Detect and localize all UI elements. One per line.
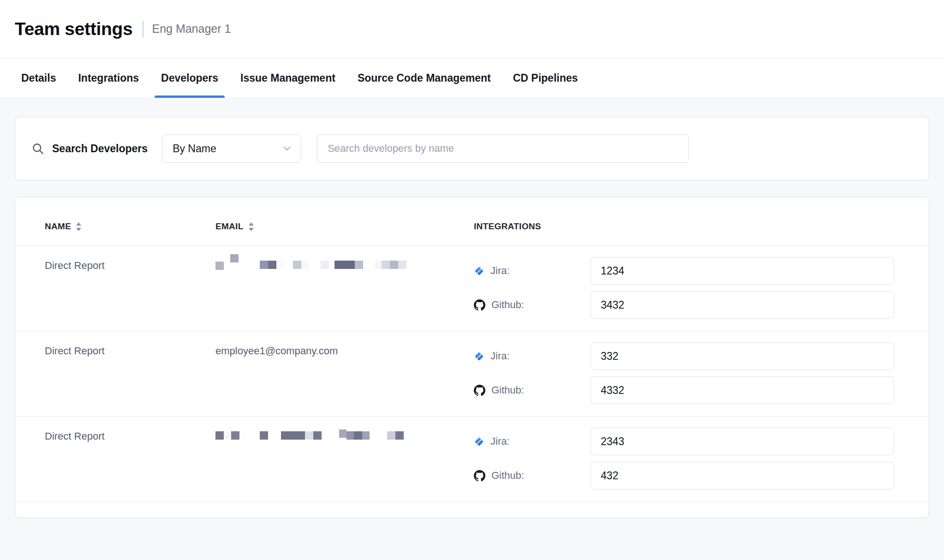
jira-icon bbox=[474, 436, 484, 447]
github-icon bbox=[474, 470, 485, 482]
jira-icon bbox=[474, 266, 484, 276]
github-label: Github: bbox=[491, 384, 524, 396]
search-input[interactable] bbox=[317, 134, 689, 163]
search-label: Search Developers bbox=[52, 143, 148, 155]
tab-developers[interactable]: Developers bbox=[155, 58, 225, 98]
page-title: Team settings bbox=[15, 19, 132, 39]
tab-cd-pipelines[interactable]: CD Pipelines bbox=[507, 58, 585, 98]
table-row: Direct Report employee1@company.com bbox=[15, 331, 929, 417]
column-header-email[interactable]: EMAIL bbox=[215, 221, 254, 232]
github-label: Github: bbox=[491, 299, 524, 311]
sort-icon[interactable] bbox=[248, 222, 254, 231]
github-id-input[interactable] bbox=[591, 462, 894, 489]
page-subtitle: Eng Manager 1 bbox=[152, 22, 231, 36]
filter-select-value: By Name bbox=[173, 143, 216, 155]
github-icon bbox=[474, 385, 485, 396]
tab-issue-management[interactable]: Issue Management bbox=[234, 58, 342, 98]
main-content: Search Developers By Name NAME EMAIL bbox=[0, 98, 944, 518]
developer-name: Direct Report bbox=[45, 257, 105, 273]
filter-select[interactable]: By Name bbox=[162, 134, 301, 163]
redacted-email bbox=[215, 257, 474, 271]
sort-icon[interactable] bbox=[76, 222, 82, 231]
page-header: Team settings Eng Manager 1 bbox=[0, 0, 944, 58]
developer-name: Direct Report bbox=[45, 342, 105, 358]
github-id-input[interactable] bbox=[591, 291, 894, 319]
tab-bar: Details Integrations Developers Issue Ma… bbox=[0, 58, 944, 98]
github-id-input[interactable] bbox=[591, 376, 894, 404]
chevron-down-icon bbox=[283, 146, 291, 151]
tab-integrations[interactable]: Integrations bbox=[72, 58, 145, 98]
column-header-name[interactable]: NAME bbox=[45, 221, 82, 232]
title-separator bbox=[143, 21, 143, 37]
developers-table: NAME EMAIL INTEGRATIONS bbox=[15, 197, 929, 518]
table-header-row: NAME EMAIL INTEGRATIONS bbox=[15, 197, 929, 246]
jira-label: Jira: bbox=[490, 350, 510, 362]
jira-label: Jira: bbox=[490, 265, 510, 277]
jira-id-input[interactable] bbox=[591, 342, 894, 370]
developer-name: Direct Report bbox=[45, 428, 105, 443]
search-card: Search Developers By Name bbox=[15, 117, 929, 180]
table-row: Direct Report Jira: bbox=[15, 417, 929, 502]
jira-label: Jira: bbox=[490, 435, 510, 447]
table-row: Direct Report Jira: bbox=[15, 246, 929, 331]
tab-details[interactable]: Details bbox=[15, 58, 62, 98]
github-icon bbox=[474, 299, 485, 311]
jira-icon bbox=[474, 351, 484, 362]
redacted-email bbox=[215, 428, 474, 441]
developer-email: employee1@company.com bbox=[215, 342, 338, 358]
jira-id-input[interactable] bbox=[591, 257, 894, 285]
column-header-integrations: INTEGRATIONS bbox=[474, 221, 541, 232]
search-icon bbox=[32, 143, 44, 155]
jira-id-input[interactable] bbox=[591, 428, 894, 455]
tab-source-code-management[interactable]: Source Code Management bbox=[351, 58, 497, 98]
github-label: Github: bbox=[491, 470, 524, 482]
